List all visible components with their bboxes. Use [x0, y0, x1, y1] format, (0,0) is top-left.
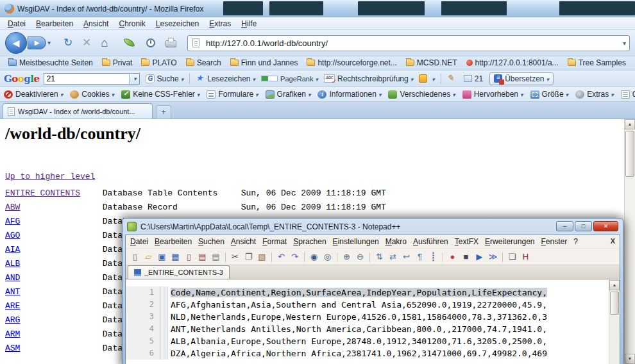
menu-item[interactable]: Suchen — [195, 235, 228, 246]
toolbar-icon-macro-record[interactable]: ● — [446, 251, 459, 263]
toolbar-icon[interactable] — [368, 251, 372, 263]
toolbar-icon[interactable] — [441, 251, 445, 263]
forward-button[interactable]: ▶ — [28, 37, 46, 49]
bookmark-item[interactable]: Search — [186, 58, 221, 67]
history-dropdown-icon[interactable]: ▾ — [47, 39, 51, 46]
line-text[interactable]: ANT,Netherlands Antilles,North America,C… — [168, 323, 547, 335]
toolbar-icon-close[interactable]: ▯ — [183, 251, 195, 263]
menu-item[interactable]: Fenster — [538, 235, 570, 246]
toolbar-icon-open[interactable]: ▱ — [142, 251, 155, 263]
menu-item[interactable]: Datei — [127, 235, 151, 246]
toolbar-icon-close-all[interactable]: ▤ — [196, 251, 208, 263]
google-search-dropdown-icon[interactable] — [129, 74, 139, 84]
send-to-button[interactable] — [419, 74, 435, 83]
toolbar-icon-replace[interactable]: ◎ — [321, 251, 334, 263]
scroll-up-icon[interactable]: ▲ — [625, 119, 635, 129]
webdev-item-formulare[interactable]: Formulare — [207, 90, 258, 99]
line-text[interactable]: AFG,Afghanistan,Asia,Southern and Centra… — [168, 299, 547, 311]
menu-item[interactable]: Ansicht — [228, 235, 259, 246]
toolbar-icon-zoom-in[interactable]: ⊕ — [341, 251, 353, 263]
toolbar-icon-doc-map[interactable]: ❏ — [506, 251, 518, 263]
up-to-higher-level-link[interactable]: Up to higher level — [5, 172, 95, 181]
toolbar-icon[interactable] — [269, 251, 274, 263]
toolbar-icon-indent-guide[interactable]: ┋ — [427, 251, 439, 263]
menu-item[interactable]: Einstellungen — [330, 235, 382, 246]
feather-icon[interactable] — [124, 37, 135, 49]
bookmark-item[interactable]: Tree Samples — [568, 58, 626, 67]
address-dropdown-icon[interactable]: ▾ — [623, 40, 626, 47]
bookmark-item[interactable]: Finn und Jannes — [230, 58, 298, 67]
toolbar-icon[interactable] — [335, 251, 339, 263]
entry-link[interactable]: AND — [5, 273, 97, 283]
menu-item[interactable]: Bearbeiten — [31, 17, 78, 28]
print-icon[interactable] — [165, 40, 176, 47]
scrollbar-thumb[interactable] — [610, 292, 619, 315]
entry-link[interactable]: ENTIRE CONTENTS — [5, 188, 97, 198]
entry-link[interactable]: AIA — [5, 245, 97, 254]
webdev-item-quelltext[interactable]: Quelltext — [621, 90, 635, 99]
entry-link[interactable]: AFG — [5, 217, 97, 226]
address-input[interactable] — [205, 37, 615, 49]
menu-item[interactable]: Erweiterungen — [482, 235, 538, 246]
spellcheck-button[interactable]: Rechtschreibprüfung — [324, 74, 413, 83]
menu-item[interactable]: Ausführen — [410, 235, 452, 246]
stop-button[interactable]: ✕ — [79, 36, 94, 51]
toolbar-icon-save-all[interactable]: ▦ — [169, 251, 182, 263]
toolbar-icon-cut[interactable]: ✂ — [229, 251, 241, 263]
scroll-down-icon[interactable]: ▼ — [625, 354, 635, 364]
menu-item[interactable]: Lesezeichen — [151, 17, 204, 28]
webdev-item-css[interactable]: Keine CSS-Fehler — [121, 90, 199, 99]
bookmark-item[interactable]: MCSD.NET — [406, 58, 457, 67]
notepadpp-titlebar[interactable]: C:\Users\Martin\AppData\Local\Temp\_ENTI… — [123, 219, 623, 235]
menu-item[interactable]: Datei — [3, 17, 31, 28]
line-text[interactable]: ALB,Albania,Europe,Southern Europe,28748… — [168, 335, 547, 347]
toolbar-icon-sync-scroll-v[interactable]: ⇅ — [373, 251, 385, 263]
entry-link[interactable]: ARG — [5, 315, 97, 325]
maximize-button[interactable]: □ — [575, 221, 592, 231]
home-button[interactable]: ⌂ — [97, 36, 112, 51]
toolbar-icon-copy[interactable]: ❐ — [242, 251, 255, 263]
entry-link[interactable]: AGO — [5, 231, 97, 240]
toolbar-icon-save[interactable]: ▣ — [156, 251, 168, 263]
document-tab[interactable]: _ENTIRE_CONTENTS-3 — [128, 265, 230, 279]
toolbar-icon-textfx[interactable]: H — [520, 251, 532, 263]
webdev-item-extras[interactable]: Extras — [575, 90, 614, 99]
toolbar-icon-undo[interactable]: ↶ — [275, 251, 287, 263]
line-text[interactable]: Code,Name,Continent,Region,SurfaceArea,I… — [168, 286, 547, 299]
editor-area[interactable]: 1 Code,Name,Continent,Region,SurfaceArea… — [126, 280, 609, 364]
tab-wsgidav[interactable]: WsgiDAV - Index of /world-db/count... — [3, 103, 153, 119]
back-button[interactable]: ◀ — [5, 32, 27, 54]
history-clock-icon[interactable] — [146, 38, 155, 47]
toolbar-icon-macro-run-multiple[interactable]: ≫ — [487, 251, 499, 263]
entry-link[interactable]: ALB — [5, 259, 97, 269]
toolbar-icon-paste[interactable]: ▧ — [256, 251, 268, 263]
menu-item[interactable]: Format — [259, 235, 290, 246]
google-bookmarks-button[interactable]: Lesezeichen — [196, 74, 255, 83]
menu-item[interactable]: Ansicht — [78, 17, 114, 28]
webdev-item-hervorheben[interactable]: Hervorheben — [462, 90, 523, 99]
close-button[interactable]: ✕ — [593, 221, 618, 231]
toolbar-icon[interactable] — [302, 251, 307, 263]
pagerank-widget[interactable]: PageRank — [261, 74, 318, 83]
toolbar-icon[interactable] — [500, 251, 505, 263]
entry-link[interactable]: ABW — [5, 203, 97, 212]
entry-link[interactable]: ANT — [5, 287, 97, 297]
scrollbar-thumb[interactable] — [625, 131, 634, 177]
webdev-item-groesse[interactable]: Größe — [530, 90, 569, 99]
webdev-item-deaktivieren[interactable]: Deaktivieren — [4, 90, 63, 99]
google-search-button[interactable]: Suche — [146, 74, 184, 83]
bookmark-item[interactable]: Meistbesuchte Seiten — [8, 58, 93, 67]
toolbar-icon-sync-scroll-h[interactable]: ⇄ — [387, 251, 399, 263]
toolbar-icon[interactable] — [223, 251, 228, 263]
toolbar-icon-macro-play[interactable]: ▶ — [473, 251, 486, 263]
entry-link[interactable]: ARE — [5, 301, 97, 311]
bookmark-item[interactable]: http://127.0.0.1:8001/a... — [466, 58, 559, 67]
webdev-item-verschiedenes[interactable]: Verschiedenes — [388, 90, 455, 99]
bookmark-item[interactable]: http://sourceforge.net... — [307, 58, 396, 67]
toolbar-icon-find[interactable]: ◉ — [308, 251, 320, 263]
line-text[interactable]: DZA,Algeria,Africa,Northern Africa,23817… — [168, 347, 547, 360]
bookmark-item[interactable]: PLATO — [141, 58, 176, 67]
popup-blocker-counter[interactable]: 21 — [464, 74, 483, 83]
entry-link[interactable]: ARM — [5, 329, 97, 339]
menu-item[interactable]: TextFX — [452, 235, 482, 246]
